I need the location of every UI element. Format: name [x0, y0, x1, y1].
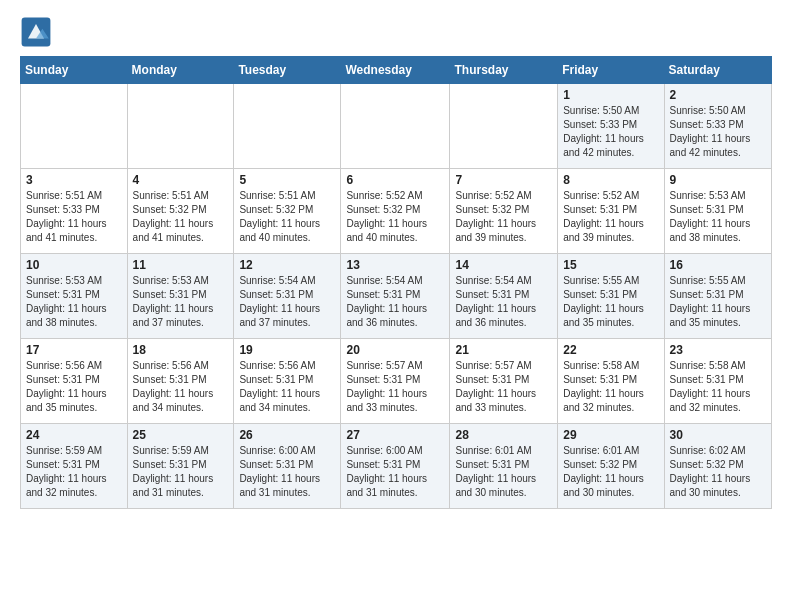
calendar-cell: 8Sunrise: 5:52 AM Sunset: 5:31 PM Daylig… — [558, 169, 664, 254]
calendar-cell: 6Sunrise: 5:52 AM Sunset: 5:32 PM Daylig… — [341, 169, 450, 254]
day-number: 3 — [26, 173, 122, 187]
day-number: 17 — [26, 343, 122, 357]
day-number: 2 — [670, 88, 766, 102]
day-info: Sunrise: 5:50 AM Sunset: 5:33 PM Dayligh… — [670, 104, 766, 160]
day-number: 26 — [239, 428, 335, 442]
calendar-cell: 17Sunrise: 5:56 AM Sunset: 5:31 PM Dayli… — [21, 339, 128, 424]
day-info: Sunrise: 5:52 AM Sunset: 5:32 PM Dayligh… — [455, 189, 552, 245]
calendar-cell: 20Sunrise: 5:57 AM Sunset: 5:31 PM Dayli… — [341, 339, 450, 424]
day-info: Sunrise: 6:01 AM Sunset: 5:32 PM Dayligh… — [563, 444, 658, 500]
day-header-saturday: Saturday — [664, 57, 771, 84]
day-number: 8 — [563, 173, 658, 187]
calendar-week-4: 17Sunrise: 5:56 AM Sunset: 5:31 PM Dayli… — [21, 339, 772, 424]
day-header-monday: Monday — [127, 57, 234, 84]
day-number: 4 — [133, 173, 229, 187]
page-header — [20, 16, 772, 48]
calendar-cell: 29Sunrise: 6:01 AM Sunset: 5:32 PM Dayli… — [558, 424, 664, 509]
day-number: 10 — [26, 258, 122, 272]
calendar-cell: 7Sunrise: 5:52 AM Sunset: 5:32 PM Daylig… — [450, 169, 558, 254]
calendar-cell: 14Sunrise: 5:54 AM Sunset: 5:31 PM Dayli… — [450, 254, 558, 339]
day-info: Sunrise: 5:54 AM Sunset: 5:31 PM Dayligh… — [239, 274, 335, 330]
calendar-cell: 1Sunrise: 5:50 AM Sunset: 5:33 PM Daylig… — [558, 84, 664, 169]
calendar-cell: 4Sunrise: 5:51 AM Sunset: 5:32 PM Daylig… — [127, 169, 234, 254]
day-info: Sunrise: 5:50 AM Sunset: 5:33 PM Dayligh… — [563, 104, 658, 160]
day-info: Sunrise: 5:53 AM Sunset: 5:31 PM Dayligh… — [670, 189, 766, 245]
calendar-week-5: 24Sunrise: 5:59 AM Sunset: 5:31 PM Dayli… — [21, 424, 772, 509]
day-header-tuesday: Tuesday — [234, 57, 341, 84]
day-info: Sunrise: 6:01 AM Sunset: 5:31 PM Dayligh… — [455, 444, 552, 500]
day-info: Sunrise: 5:58 AM Sunset: 5:31 PM Dayligh… — [670, 359, 766, 415]
calendar-cell — [21, 84, 128, 169]
calendar-cell: 13Sunrise: 5:54 AM Sunset: 5:31 PM Dayli… — [341, 254, 450, 339]
day-info: Sunrise: 5:51 AM Sunset: 5:33 PM Dayligh… — [26, 189, 122, 245]
day-info: Sunrise: 5:51 AM Sunset: 5:32 PM Dayligh… — [239, 189, 335, 245]
day-info: Sunrise: 5:59 AM Sunset: 5:31 PM Dayligh… — [133, 444, 229, 500]
day-header-thursday: Thursday — [450, 57, 558, 84]
day-info: Sunrise: 5:58 AM Sunset: 5:31 PM Dayligh… — [563, 359, 658, 415]
day-number: 23 — [670, 343, 766, 357]
calendar-cell: 3Sunrise: 5:51 AM Sunset: 5:33 PM Daylig… — [21, 169, 128, 254]
logo — [20, 16, 56, 48]
calendar-cell: 28Sunrise: 6:01 AM Sunset: 5:31 PM Dayli… — [450, 424, 558, 509]
day-number: 29 — [563, 428, 658, 442]
day-header-friday: Friday — [558, 57, 664, 84]
day-info: Sunrise: 5:57 AM Sunset: 5:31 PM Dayligh… — [455, 359, 552, 415]
calendar-cell: 21Sunrise: 5:57 AM Sunset: 5:31 PM Dayli… — [450, 339, 558, 424]
day-number: 14 — [455, 258, 552, 272]
calendar-cell: 18Sunrise: 5:56 AM Sunset: 5:31 PM Dayli… — [127, 339, 234, 424]
calendar-cell — [450, 84, 558, 169]
day-info: Sunrise: 6:02 AM Sunset: 5:32 PM Dayligh… — [670, 444, 766, 500]
calendar-cell: 26Sunrise: 6:00 AM Sunset: 5:31 PM Dayli… — [234, 424, 341, 509]
day-number: 15 — [563, 258, 658, 272]
day-number: 16 — [670, 258, 766, 272]
calendar-cell: 2Sunrise: 5:50 AM Sunset: 5:33 PM Daylig… — [664, 84, 771, 169]
day-number: 9 — [670, 173, 766, 187]
day-number: 19 — [239, 343, 335, 357]
calendar-cell: 16Sunrise: 5:55 AM Sunset: 5:31 PM Dayli… — [664, 254, 771, 339]
day-info: Sunrise: 5:55 AM Sunset: 5:31 PM Dayligh… — [563, 274, 658, 330]
day-info: Sunrise: 6:00 AM Sunset: 5:31 PM Dayligh… — [239, 444, 335, 500]
calendar-cell: 15Sunrise: 5:55 AM Sunset: 5:31 PM Dayli… — [558, 254, 664, 339]
day-number: 6 — [346, 173, 444, 187]
day-number: 18 — [133, 343, 229, 357]
calendar-cell — [127, 84, 234, 169]
day-number: 22 — [563, 343, 658, 357]
day-info: Sunrise: 5:52 AM Sunset: 5:31 PM Dayligh… — [563, 189, 658, 245]
day-info: Sunrise: 5:56 AM Sunset: 5:31 PM Dayligh… — [239, 359, 335, 415]
day-header-sunday: Sunday — [21, 57, 128, 84]
calendar-cell — [341, 84, 450, 169]
calendar-cell: 22Sunrise: 5:58 AM Sunset: 5:31 PM Dayli… — [558, 339, 664, 424]
day-info: Sunrise: 5:51 AM Sunset: 5:32 PM Dayligh… — [133, 189, 229, 245]
day-number: 1 — [563, 88, 658, 102]
day-number: 5 — [239, 173, 335, 187]
day-info: Sunrise: 5:54 AM Sunset: 5:31 PM Dayligh… — [346, 274, 444, 330]
day-number: 27 — [346, 428, 444, 442]
day-info: Sunrise: 5:53 AM Sunset: 5:31 PM Dayligh… — [133, 274, 229, 330]
calendar-cell: 24Sunrise: 5:59 AM Sunset: 5:31 PM Dayli… — [21, 424, 128, 509]
calendar-week-1: 1Sunrise: 5:50 AM Sunset: 5:33 PM Daylig… — [21, 84, 772, 169]
calendar-cell — [234, 84, 341, 169]
day-info: Sunrise: 5:55 AM Sunset: 5:31 PM Dayligh… — [670, 274, 766, 330]
day-number: 21 — [455, 343, 552, 357]
calendar-week-3: 10Sunrise: 5:53 AM Sunset: 5:31 PM Dayli… — [21, 254, 772, 339]
day-number: 13 — [346, 258, 444, 272]
day-number: 25 — [133, 428, 229, 442]
day-info: Sunrise: 5:56 AM Sunset: 5:31 PM Dayligh… — [133, 359, 229, 415]
calendar-cell: 12Sunrise: 5:54 AM Sunset: 5:31 PM Dayli… — [234, 254, 341, 339]
calendar-cell: 11Sunrise: 5:53 AM Sunset: 5:31 PM Dayli… — [127, 254, 234, 339]
logo-icon — [20, 16, 52, 48]
day-number: 12 — [239, 258, 335, 272]
calendar-cell: 23Sunrise: 5:58 AM Sunset: 5:31 PM Dayli… — [664, 339, 771, 424]
header-row: SundayMondayTuesdayWednesdayThursdayFrid… — [21, 57, 772, 84]
calendar-cell: 9Sunrise: 5:53 AM Sunset: 5:31 PM Daylig… — [664, 169, 771, 254]
calendar-cell: 5Sunrise: 5:51 AM Sunset: 5:32 PM Daylig… — [234, 169, 341, 254]
day-info: Sunrise: 5:57 AM Sunset: 5:31 PM Dayligh… — [346, 359, 444, 415]
calendar-cell: 10Sunrise: 5:53 AM Sunset: 5:31 PM Dayli… — [21, 254, 128, 339]
day-info: Sunrise: 5:52 AM Sunset: 5:32 PM Dayligh… — [346, 189, 444, 245]
day-info: Sunrise: 5:59 AM Sunset: 5:31 PM Dayligh… — [26, 444, 122, 500]
day-info: Sunrise: 5:56 AM Sunset: 5:31 PM Dayligh… — [26, 359, 122, 415]
day-number: 20 — [346, 343, 444, 357]
day-info: Sunrise: 5:54 AM Sunset: 5:31 PM Dayligh… — [455, 274, 552, 330]
calendar-table: SundayMondayTuesdayWednesdayThursdayFrid… — [20, 56, 772, 509]
day-number: 24 — [26, 428, 122, 442]
